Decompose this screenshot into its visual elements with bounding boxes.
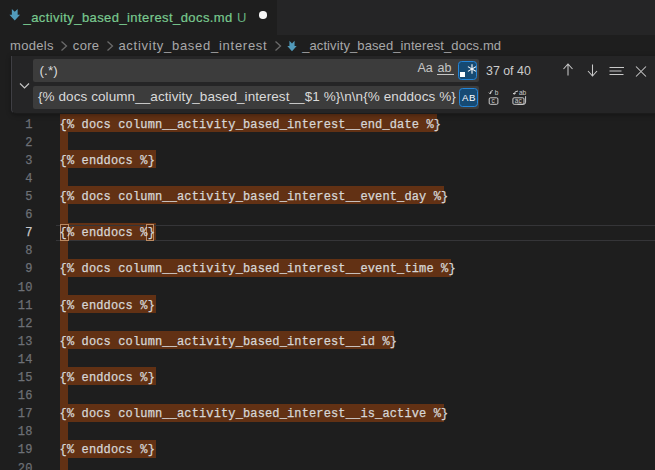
svg-text:ac: ac: [514, 97, 522, 104]
svg-text:b: b: [494, 89, 498, 96]
svg-text:ab: ab: [519, 89, 527, 96]
